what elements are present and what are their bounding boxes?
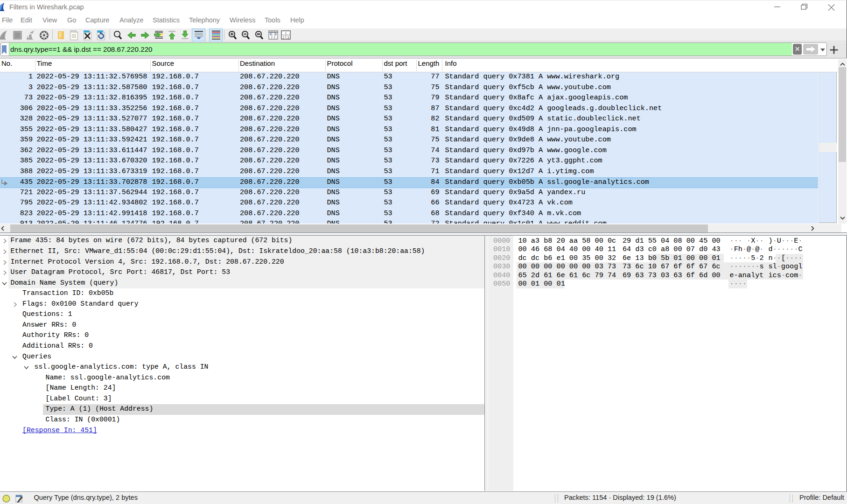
svg-text:3: 3 (287, 36, 289, 39)
svg-text:1: 1 (285, 31, 287, 35)
svg-text:2: 2 (283, 36, 285, 39)
